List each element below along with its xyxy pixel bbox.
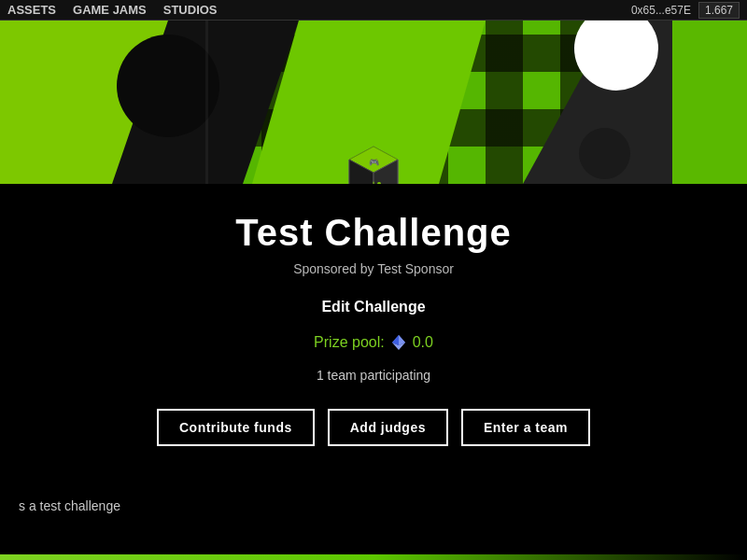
hero-banner: + 🎮 [0,21,747,184]
svg-text:🎮: 🎮 [369,157,380,168]
challenge-title: Test Challenge [235,212,512,254]
eth-icon [390,334,407,351]
enter-team-button[interactable]: Enter a team [461,409,590,446]
svg-marker-9 [392,335,399,345]
nav-game-jams[interactable]: Game Jams [73,3,147,17]
hero-line [205,21,208,184]
sponsored-by: Sponsored by Test Sponsor [293,261,454,276]
logo-cube: + 🎮 [344,143,403,184]
wallet-address[interactable]: 0x65...e57E [631,4,691,17]
nav-studios[interactable]: Studios [163,3,218,17]
svg-marker-10 [399,335,405,345]
contribute-funds-button[interactable]: Contribute funds [157,409,315,446]
edit-challenge-label[interactable]: Edit Challenge [321,299,425,315]
nav-assets[interactable]: Assets [7,3,56,17]
hero-circle-dark [579,128,630,179]
bottom-bar [0,554,747,560]
navigation: Assets Game Jams Studios 0x65...e57E 1.6… [0,0,747,21]
prize-pool-value: 0.0 [413,334,433,351]
prize-pool: Prize pool: 0.0 [314,334,433,351]
wallet-info: 0x65...e57E 1.667 [631,2,740,19]
svg-text:+: + [370,177,377,184]
action-buttons: Contribute funds Add judges Enter a team [157,409,590,446]
wallet-balance: 1.667 [698,2,740,19]
prize-pool-label: Prize pool: [314,334,385,351]
hero-shape-edge [672,21,747,184]
teams-info: 1 team participating [317,368,430,383]
challenge-description: s a test challenge [19,498,120,513]
hero-circle-large [117,35,219,137]
add-judges-button[interactable]: Add judges [328,409,448,446]
